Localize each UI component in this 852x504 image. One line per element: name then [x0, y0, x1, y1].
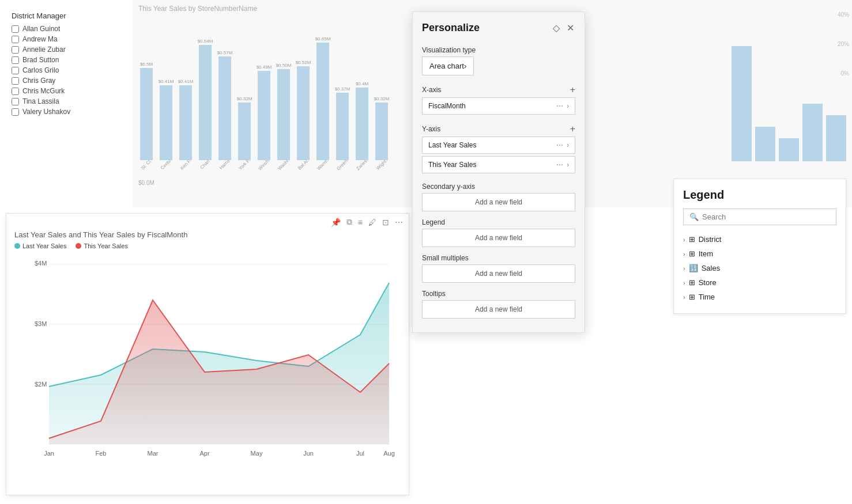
area-chart-title: Last Year Sales and This Year Sales by F…: [6, 230, 409, 242]
y-axis-field-row-0[interactable]: Last Year Sales ⋯ ›: [422, 137, 575, 154]
tooltips-label: Tooltips: [413, 285, 585, 300]
district-checkbox[interactable]: [12, 108, 19, 116]
x-axis-chevron-icon[interactable]: ›: [567, 102, 569, 110]
bar-rect: [258, 71, 270, 160]
bar-value: $0.49M: [257, 65, 272, 70]
district-item[interactable]: Annelie Zubar: [12, 46, 127, 54]
bar-item: $0.49M Winch.: [256, 65, 272, 167]
legend-item[interactable]: › 🔢 Sales: [683, 261, 836, 275]
legend-item-icon: ⊞: [689, 278, 695, 287]
district-name: Annelie Zubar: [22, 46, 66, 54]
district-name: Carlos Grilo: [22, 66, 59, 74]
district-checkbox[interactable]: [12, 46, 19, 54]
bar-value: $0.65M: [315, 36, 331, 41]
bar-item: $0.5M St. Cl.: [138, 62, 154, 167]
legend-search-input[interactable]: [702, 213, 830, 221]
viz-type-button[interactable]: Area chart ›: [422, 56, 474, 75]
legend-item-chevron: ›: [683, 251, 685, 257]
copy-icon[interactable]: ⧉: [346, 217, 352, 227]
x-jul: Jul: [356, 450, 364, 457]
personalize-title: Personalize: [422, 22, 480, 34]
viz-type-chevron: ›: [464, 62, 466, 70]
legend-last-year: Last Year Sales: [14, 242, 66, 249]
y-label-2m: $2M: [35, 381, 47, 388]
bar-value: $0.41M: [159, 79, 174, 84]
legend-item[interactable]: › ⊞ Time: [683, 290, 836, 304]
bar-item: $0.57M Harris: [217, 50, 233, 167]
tooltips-add-field-btn[interactable]: Add a new field: [422, 300, 575, 319]
y-axis-field-0-name: Last Year Sales: [428, 141, 476, 149]
district-checkbox[interactable]: [12, 67, 19, 74]
legend-item[interactable]: › ⊞ Store: [683, 275, 836, 290]
district-checkbox[interactable]: [12, 88, 19, 95]
expand-icon[interactable]: ⊡: [382, 218, 389, 227]
district-item[interactable]: Chris McGurk: [12, 87, 127, 95]
personalize-diamond-btn[interactable]: ◇: [552, 21, 561, 35]
bar-item: $0.4M Zanes.: [354, 81, 370, 167]
legend-panel: Legend 🔍 › ⊞ District › ⊞ Item › 🔢 Sales…: [673, 179, 846, 314]
district-item[interactable]: Carlos Grilo: [12, 66, 127, 74]
district-item[interactable]: Brad Sutton: [12, 56, 127, 64]
bar-item: $0.32M York F.: [236, 96, 252, 167]
small-multiples-add-field-btn[interactable]: Add a new field: [422, 264, 575, 283]
bar-rect: [356, 88, 368, 160]
x-apr: Apr: [199, 450, 209, 457]
right-bar: [755, 127, 775, 161]
district-checkbox[interactable]: [12, 56, 19, 64]
district-item[interactable]: Tina Lassila: [12, 97, 127, 105]
district-item[interactable]: Allan Guinot: [12, 25, 127, 33]
x-aug: Aug: [383, 450, 395, 457]
bar-label: Charl: [199, 159, 211, 170]
x-axis-section: X-axis + FiscalMonth ⋯ ›: [413, 80, 585, 119]
legend-add-field-btn[interactable]: Add a new field: [422, 229, 575, 247]
bar-item: $0.41M Centu: [158, 79, 174, 167]
legend-item[interactable]: › ⊞ Item: [683, 247, 836, 261]
district-item[interactable]: Valery Ushakov: [12, 108, 127, 116]
district-checkbox[interactable]: [12, 25, 19, 33]
secondary-y-add-field-btn[interactable]: Add a new field: [422, 193, 575, 211]
district-checkbox[interactable]: [12, 77, 19, 85]
district-name: Tina Lassila: [22, 97, 59, 105]
x-axis-more-icon[interactable]: ⋯: [556, 102, 563, 110]
bar-item: $0.41M Ken F.: [178, 79, 194, 167]
legend-item-chevron: ›: [683, 279, 685, 286]
y-axis-field-1-icons: ⋯ ›: [556, 161, 569, 169]
y-axis-add-btn[interactable]: +: [570, 124, 575, 134]
bar-rect: [140, 68, 153, 160]
legend-panel-title: Legend: [683, 188, 836, 202]
filter-icon[interactable]: ≡: [358, 218, 363, 227]
legend-item-name: District: [699, 235, 722, 244]
y-axis-1-chevron-icon[interactable]: ›: [567, 161, 569, 169]
y-axis-field-row-1[interactable]: This Year Sales ⋯ ›: [422, 156, 575, 173]
district-item[interactable]: Chris Gray: [12, 77, 127, 85]
district-checkbox[interactable]: [12, 36, 19, 43]
legend-section-label: Legend: [413, 214, 585, 229]
bar-item: $0.32M Wight.: [374, 96, 390, 167]
district-name: Andrew Ma: [22, 35, 58, 43]
small-multiples-label: Small multiples: [413, 249, 585, 264]
pin-icon[interactable]: 📌: [331, 218, 341, 227]
legend-item-name: Sales: [702, 264, 721, 272]
bar-item: $0.37M Green.: [334, 86, 350, 167]
y-axis-0-more-icon[interactable]: ⋯: [556, 141, 563, 149]
more-icon[interactable]: ⋯: [395, 218, 403, 227]
x-feb: Feb: [96, 450, 107, 457]
y-axis-0-chevron-icon[interactable]: ›: [567, 141, 569, 149]
district-checkbox[interactable]: [12, 98, 19, 105]
district-name: Brad Sutton: [22, 56, 59, 64]
x-axis-add-btn[interactable]: +: [570, 85, 575, 95]
personalize-close-btn[interactable]: ✕: [566, 21, 575, 35]
viz-type-label: Visualization type: [413, 41, 585, 56]
right-bar: [826, 115, 846, 161]
legend-item[interactable]: › ⊞ District: [683, 232, 836, 247]
legend-search-box: 🔍: [683, 209, 836, 225]
y-axis-field-1-name: This Year Sales: [428, 161, 476, 169]
edit-icon[interactable]: 🖊: [368, 218, 376, 227]
y-label-4m: $4M: [35, 260, 47, 267]
y-axis-1-more-icon[interactable]: ⋯: [556, 161, 563, 169]
district-item[interactable]: Andrew Ma: [12, 35, 127, 43]
legend-search-icon: 🔍: [689, 213, 699, 221]
district-name: Chris Gray: [22, 77, 55, 85]
x-axis-field-row[interactable]: FiscalMonth ⋯ ›: [422, 97, 575, 115]
last-year-label: Last Year Sales: [22, 242, 66, 249]
